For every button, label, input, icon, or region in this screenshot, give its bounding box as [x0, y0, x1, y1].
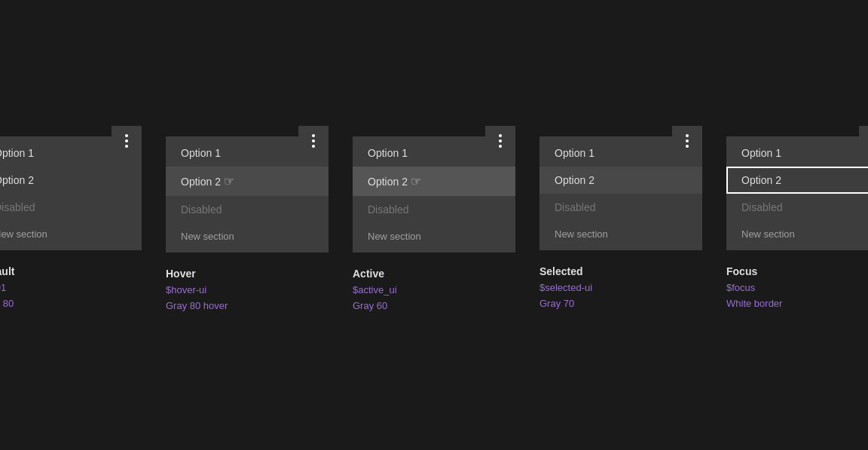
variant-token-selected-1: Gray 70 [539, 296, 592, 312]
menu-item-default-3[interactable]: New section [0, 221, 142, 247]
variant-token-default-0: $ui-01 [0, 280, 14, 296]
variant-token-hover-0: $hover-ui [166, 283, 228, 298]
variant-label-active: Active$active_uiGray 60 [353, 268, 397, 314]
variant-token-default-1: Gray 80 [0, 296, 14, 312]
variant-name-active: Active [353, 268, 397, 280]
menu-wrapper-focus: Option 1Option 2DisabledNew section [726, 136, 868, 250]
dots-icon [312, 134, 315, 148]
variant-label-focus: Focus$focusWhite border [726, 265, 782, 312]
dots-icon [125, 134, 128, 148]
menu-trigger-default[interactable] [112, 126, 142, 156]
variant-name-default: Default [0, 265, 14, 277]
menu-trigger-hover[interactable] [298, 126, 329, 156]
menu-trigger-active[interactable] [485, 126, 515, 156]
variant-name-hover: Hover [166, 268, 228, 280]
menu-wrapper-hover: Option 1Option 2☞DisabledNew section [166, 136, 329, 253]
variant-label-selected: Selected$selected-uiGray 70 [539, 265, 592, 312]
menu-item-focus-3[interactable]: New section [726, 221, 868, 247]
menu-item-selected-2: Disabled [539, 194, 702, 221]
menu-item-selected-3[interactable]: New section [539, 221, 702, 247]
menu-item-hover-3[interactable]: New section [166, 223, 329, 249]
menu-item-hover-1[interactable]: Option 2☞ [166, 167, 329, 196]
menu-item-active-3[interactable]: New section [353, 223, 515, 249]
menu-trigger-focus[interactable] [859, 126, 868, 156]
cursor-icon: ☞ [411, 174, 421, 188]
dots-icon [499, 134, 502, 148]
menu-item-focus-1[interactable]: Option 2 [726, 167, 868, 194]
menu-item-selected-1[interactable]: Option 2 [539, 167, 702, 194]
variant-column-selected: Option 1Option 2DisabledNew sectionSelec… [539, 136, 702, 312]
menu-panel-focus: Option 1Option 2DisabledNew section [726, 136, 868, 250]
variant-column-active: Option 1Option 2☞DisabledNew sectionActi… [353, 136, 515, 314]
variant-column-default: Option 1Option 2DisabledNew sectionDefau… [0, 136, 142, 312]
variant-token-focus-0: $focus [726, 280, 782, 296]
menu-item-focus-2: Disabled [726, 194, 868, 221]
showcase-container: Option 1Option 2DisabledNew sectionDefau… [0, 121, 868, 329]
variant-name-selected: Selected [539, 265, 592, 277]
menu-trigger-selected[interactable] [672, 126, 702, 156]
variant-name-focus: Focus [726, 265, 782, 277]
menu-wrapper-selected: Option 1Option 2DisabledNew section [539, 136, 702, 250]
menu-item-default-2: Disabled [0, 194, 142, 221]
variant-token-focus-1: White border [726, 296, 782, 312]
menu-wrapper-default: Option 1Option 2DisabledNew section [0, 136, 142, 250]
variant-token-hover-1: Gray 80 hover [166, 298, 228, 314]
variant-token-selected-0: $selected-ui [539, 280, 592, 296]
menu-item-focus-0[interactable]: Option 1 [726, 139, 868, 167]
menu-item-hover-2: Disabled [166, 196, 329, 223]
menu-wrapper-active: Option 1Option 2☞DisabledNew section [353, 136, 515, 253]
variant-label-hover: Hover$hover-uiGray 80 hover [166, 268, 228, 314]
dots-icon [686, 134, 689, 148]
variant-column-hover: Option 1Option 2☞DisabledNew sectionHove… [166, 136, 329, 314]
menu-item-default-1[interactable]: Option 2 [0, 167, 142, 194]
variant-label-default: Default$ui-01Gray 80 [0, 265, 14, 312]
variant-token-active-1: Gray 60 [353, 298, 397, 314]
menu-item-active-2: Disabled [353, 196, 515, 223]
cursor-icon: ☞ [224, 174, 234, 188]
menu-item-active-1[interactable]: Option 2☞ [353, 167, 515, 196]
variant-column-focus: Option 1Option 2DisabledNew sectionFocus… [726, 136, 868, 312]
variant-token-active-0: $active_ui [353, 283, 397, 298]
